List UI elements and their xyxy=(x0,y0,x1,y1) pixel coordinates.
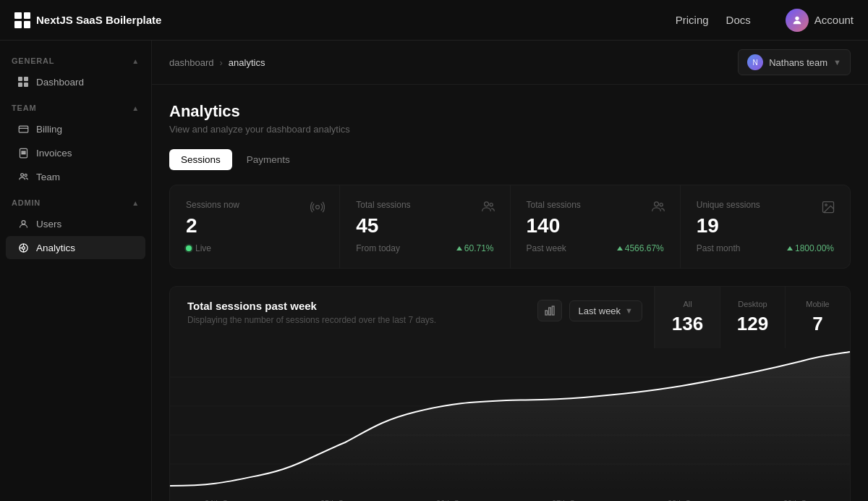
chevron-down-icon-chart: ▼ xyxy=(625,306,633,315)
sidebar-section-general: GENERAL ▲ xyxy=(0,52,151,70)
stat-change-3: 1800.00% xyxy=(787,243,834,253)
page-subtitle: View and analyze your dashboard analytic… xyxy=(169,124,851,135)
team-icon xyxy=(17,171,29,182)
svg-point-14 xyxy=(316,206,320,209)
tab-sessions[interactable]: Sessions xyxy=(169,149,232,170)
svg-point-6 xyxy=(20,173,23,176)
sidebar-item-dashboard[interactable]: Dashboard xyxy=(6,70,145,93)
chart-stat-desktop: Desktop 129 xyxy=(720,287,785,348)
logo-icon xyxy=(14,12,30,28)
main-layout: GENERAL ▲ Dashboard TEAM ▲ Billing Invoi… xyxy=(0,41,868,501)
svg-rect-21 xyxy=(545,311,548,315)
account-avatar xyxy=(786,9,809,32)
chart-stat-mobile: Mobile 7 xyxy=(785,287,850,348)
stat-card-total-today: Total sessions 45 From today xyxy=(340,185,509,268)
stats-grid: Sessions now 2 xyxy=(169,185,851,269)
top-nav: NextJS SaaS Boilerplate Pricing Docs Acc… xyxy=(0,0,868,41)
team-name: Nathans team xyxy=(769,57,827,68)
chart-stat-all: All 136 xyxy=(655,287,720,348)
tabs: Sessions Payments xyxy=(169,149,851,170)
stat-value-0: 2 xyxy=(186,216,323,236)
stat-label-0: Sessions now xyxy=(186,200,323,210)
stat-footer-1: From today 60.71% xyxy=(356,243,493,253)
svg-rect-4 xyxy=(22,151,25,152)
users-icon xyxy=(17,218,29,230)
chart-stat-all-value: 136 xyxy=(670,313,705,335)
team-selector[interactable]: N Nathans team ▼ xyxy=(738,49,851,75)
stat-footer-2: Past week 4566.67% xyxy=(527,243,664,253)
chevron-up-icon: ▲ xyxy=(132,57,140,65)
breadcrumb-parent[interactable]: dashboard xyxy=(169,57,213,68)
chart-x-labels: 24th Sep 25th Sep 26th Sep 27th Sep 28th… xyxy=(170,493,850,501)
svg-rect-1 xyxy=(19,126,28,132)
chart-area: 24th Sep 25th Sep 26th Sep 27th Sep 28th… xyxy=(170,348,850,501)
app-logo[interactable]: NextJS SaaS Boilerplate xyxy=(14,12,676,28)
image-icon xyxy=(821,200,835,218)
tab-payments[interactable]: Payments xyxy=(235,149,302,170)
sidebar-section-team: TEAM ▲ xyxy=(0,99,151,117)
sidebar: GENERAL ▲ Dashboard TEAM ▲ Billing Invoi… xyxy=(0,41,152,501)
chart-header: Total sessions past week Displaying the … xyxy=(170,287,850,348)
chart-type-button[interactable] xyxy=(537,300,562,321)
live-dot xyxy=(186,245,192,251)
stat-value-1: 45 xyxy=(356,216,493,236)
svg-point-18 xyxy=(660,203,663,206)
sidebar-item-team[interactable]: Team xyxy=(6,165,145,188)
chart-stat-mobile-label: Mobile xyxy=(800,300,835,308)
chart-stats-row: All 136 Desktop 129 Mobile 7 xyxy=(654,287,850,348)
sidebar-item-billing[interactable]: Billing xyxy=(6,117,145,140)
chart-period-dropdown[interactable]: Last week ▼ xyxy=(569,300,642,321)
invoices-icon xyxy=(17,147,29,159)
nav-pricing[interactable]: Pricing xyxy=(676,14,709,26)
content-header: dashboard › analytics N Nathans team ▼ xyxy=(152,41,868,85)
live-badge: Live xyxy=(186,243,211,253)
stat-footer-3: Past month 1800.00% xyxy=(697,243,834,253)
stat-footer-0: Live xyxy=(186,243,323,253)
chart-stat-desktop-value: 129 xyxy=(735,313,770,335)
users-icon-1 xyxy=(481,200,495,218)
chevron-down-icon: ▼ xyxy=(833,58,841,67)
breadcrumb-separator: › xyxy=(219,57,222,68)
svg-point-8 xyxy=(22,220,25,224)
content-area: dashboard › analytics N Nathans team ▼ A… xyxy=(152,41,868,501)
stat-card-unique: Unique sessions 19 Past month 18 xyxy=(681,185,850,268)
svg-point-15 xyxy=(484,202,488,206)
stat-label-3: Unique sessions xyxy=(697,200,834,210)
stat-card-total-week: Total sessions 140 Past week xyxy=(511,185,680,268)
svg-rect-23 xyxy=(552,306,554,315)
nav-docs[interactable]: Docs xyxy=(726,14,751,26)
chevron-up-icon-admin: ▲ xyxy=(132,199,140,207)
svg-point-10 xyxy=(22,246,25,249)
chevron-up-icon-team: ▲ xyxy=(132,104,140,112)
stat-value-3: 19 xyxy=(697,216,834,236)
chart-subtitle: Displaying the number of sessions record… xyxy=(187,315,509,325)
chart-stat-desktop-label: Desktop xyxy=(735,300,770,308)
stat-label-1: Total sessions xyxy=(356,200,493,210)
svg-point-20 xyxy=(825,204,827,206)
account-label: Account xyxy=(814,14,854,26)
chart-header-left: Total sessions past week Displaying the … xyxy=(170,287,526,338)
stat-meta-3: Past month xyxy=(697,243,741,253)
sidebar-item-users[interactable]: Users xyxy=(6,212,145,235)
chart-svg xyxy=(170,348,850,493)
arrow-up-icon xyxy=(456,246,462,250)
breadcrumb-current: analytics xyxy=(229,57,265,68)
breadcrumb: dashboard › analytics xyxy=(169,57,265,68)
page-content: Analytics View and analyze your dashboar… xyxy=(152,85,868,501)
chart-title: Total sessions past week xyxy=(187,300,509,312)
stat-value-2: 140 xyxy=(527,216,664,236)
svg-point-7 xyxy=(25,174,27,176)
svg-point-0 xyxy=(795,16,799,20)
chart-section: Total sessions past week Displaying the … xyxy=(169,286,851,501)
svg-point-16 xyxy=(490,203,493,206)
sidebar-section-admin: ADMIN ▲ xyxy=(0,194,151,211)
stat-card-sessions-now: Sessions now 2 xyxy=(170,185,339,268)
svg-rect-5 xyxy=(22,153,25,153)
nav-account[interactable]: Account xyxy=(786,9,854,32)
sidebar-item-analytics[interactable]: Analytics xyxy=(6,236,145,259)
users-icon-2 xyxy=(651,200,665,218)
dashboard-icon xyxy=(17,76,29,88)
stat-change-1: 60.71% xyxy=(456,243,494,253)
stat-meta-2: Past week xyxy=(527,243,566,253)
sidebar-item-invoices[interactable]: Invoices xyxy=(6,141,145,164)
